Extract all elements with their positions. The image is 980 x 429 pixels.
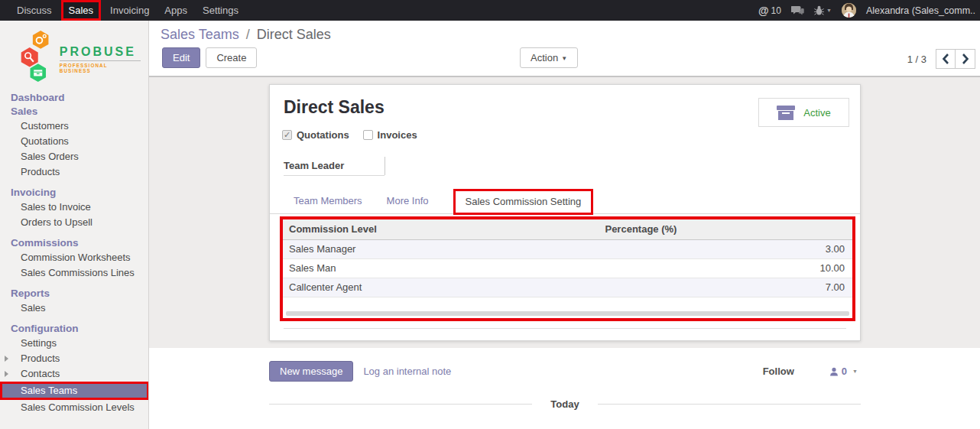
nav-item-invoicing[interactable]: Invoicing (102, 0, 157, 21)
followers-button[interactable]: 0 ▼ (829, 366, 858, 377)
activities-count: 10 (771, 5, 781, 16)
caret-down-icon: ▼ (852, 369, 858, 374)
chatter: New message Log an internal note Follow … (149, 348, 980, 429)
quotations-checkbox[interactable]: ✓ (282, 130, 292, 140)
column-percentage[interactable]: Percentage (%) (599, 219, 852, 239)
archive-icon (777, 106, 795, 120)
breadcrumb-current: Direct Sales (257, 27, 331, 42)
action-dropdown[interactable]: Action▼ (520, 47, 578, 68)
sales-team-form-card: Direct Sales ✓ Quotations Invoices (269, 84, 861, 341)
chevron-left-icon (942, 54, 949, 64)
debug-menu[interactable]: ▼ (814, 5, 832, 16)
activities-counter[interactable]: @ 10 (758, 5, 781, 17)
caret-down-icon: ▼ (561, 55, 567, 62)
pager-next-button[interactable] (956, 49, 975, 69)
commission-table: Commission Level Percentage (%) Sales Ma… (280, 216, 855, 321)
invoices-checkbox[interactable] (363, 130, 373, 140)
expand-caret-icon (5, 356, 8, 362)
avatar[interactable] (842, 3, 856, 18)
sidebar-header-configuration[interactable]: Configuration (0, 322, 148, 336)
sidebar-header-invoicing[interactable]: Invoicing (0, 186, 148, 200)
invoices-label: Invoices (378, 129, 417, 141)
sidebar-item-contacts[interactable]: Contacts (0, 366, 148, 382)
expand-caret-icon (5, 371, 8, 377)
at-icon: @ (758, 5, 769, 17)
follow-button[interactable]: Follow (763, 366, 794, 377)
sidebar-item-products[interactable]: Products (0, 164, 148, 180)
date-divider: Today (269, 398, 861, 410)
sidebar-item-settings[interactable]: Settings (0, 336, 148, 351)
form-sheet-background: Direct Sales ✓ Quotations Invoices (149, 77, 980, 348)
pager-value[interactable]: 1 / 3 (907, 54, 926, 65)
edit-button[interactable]: Edit (162, 47, 200, 68)
commission-level-cell: Sales Manager (283, 239, 599, 258)
probuse-logo: PROBUSE PROFESSIONAL BUSINESS (20, 30, 141, 83)
active-label: Active (803, 107, 830, 119)
sidebar-item-reports-sales[interactable]: Sales (0, 301, 148, 316)
sidebar-menu: Dashboard Sales Customers Quotations Sal… (0, 91, 148, 415)
create-button[interactable]: Create (206, 47, 257, 68)
sidebar-header-commissions[interactable]: Commissions (0, 236, 148, 250)
sidebar-item-sales-teams[interactable]: Sales Teams (0, 382, 149, 400)
field-separator (385, 157, 385, 175)
sidebar-item-quotations[interactable]: Quotations (0, 134, 148, 149)
sidebar-item-commission-worksheets[interactable]: Commission Worksheets (0, 250, 148, 265)
column-commission-level[interactable]: Commission Level (283, 219, 599, 239)
quotations-label: Quotations (297, 129, 349, 141)
table-row[interactable]: Callcenter Agent 7.00 (283, 278, 852, 297)
sidebar-item-sales-commission-levels[interactable]: Sales Commission Levels (0, 400, 148, 415)
invoices-option: Invoices (363, 129, 417, 141)
team-leader-field: Team Leader (284, 158, 385, 176)
table-header-row: Commission Level Percentage (%) (283, 219, 852, 239)
sidebar-item-dashboard[interactable]: Dashboard (0, 91, 148, 105)
sidebar-item-customers[interactable]: Customers (0, 119, 148, 134)
table-row[interactable]: Sales Manager 3.00 (283, 239, 852, 258)
sidebar-header-reports[interactable]: Reports (0, 287, 148, 301)
brand-tagline: PROFESSIONAL BUSINESS (60, 63, 141, 73)
breadcrumb: Sales Teams / Direct Sales (161, 27, 331, 43)
messages-icon[interactable] (791, 5, 804, 16)
followers-count: 0 (842, 366, 847, 377)
breadcrumb-separator: / (243, 27, 253, 42)
card-divider (284, 328, 846, 329)
odoo-sales-team-form-screen: Discuss Sales Invoicing Apps Settings @ … (0, 0, 980, 429)
user-icon (829, 367, 839, 376)
pager-previous-button[interactable] (936, 49, 956, 69)
caret-down-icon: ▼ (826, 8, 832, 13)
sidebar-item-config-products[interactable]: Products (0, 351, 148, 366)
tab-team-members[interactable]: Team Members (294, 195, 362, 206)
nav-item-apps[interactable]: Apps (157, 0, 195, 21)
user-menu[interactable]: Alexandra (Sales_comm.. (866, 5, 975, 16)
nav-item-discuss[interactable]: Discuss (9, 0, 60, 21)
date-divider-label: Today (532, 398, 597, 410)
sidebar-item-sales-orders[interactable]: Sales Orders (0, 149, 148, 164)
sidebar-item-sales-commissions-lines[interactable]: Sales Commissions Lines (0, 265, 148, 281)
main-area: Sales Teams / Direct Sales Edit Create A… (149, 21, 980, 429)
table-row[interactable]: Sales Man 10.00 (283, 258, 852, 278)
pager: 1 / 3 (907, 49, 975, 69)
tab-sales-commission-setting[interactable]: Sales Commission Setting (453, 189, 594, 215)
sidebar-header-sales[interactable]: Sales (0, 105, 148, 119)
control-panel: Sales Teams / Direct Sales Edit Create A… (149, 21, 980, 77)
log-internal-note-link[interactable]: Log an internal note (363, 366, 451, 377)
nav-item-sales[interactable]: Sales (61, 0, 102, 21)
active-stat-button[interactable]: Active (758, 98, 849, 127)
chevron-right-icon (962, 54, 969, 64)
brand-name: PROBUSE (60, 45, 141, 61)
app-menu: Discuss Sales Invoicing Apps Settings (9, 0, 246, 21)
commission-level-cell: Sales Man (283, 258, 599, 278)
notebook-tabs: Team Members More Info Sales Commission … (270, 188, 860, 214)
sidebar-item-sales-to-invoice[interactable]: Sales to Invoice (0, 200, 148, 215)
percentage-cell: 10.00 (599, 258, 852, 278)
new-message-button[interactable]: New message (269, 361, 353, 382)
nav-item-settings[interactable]: Settings (195, 0, 246, 21)
team-leader-label: Team Leader (284, 160, 385, 176)
horizontal-scrollbar[interactable] (286, 311, 849, 316)
sidebar-item-orders-to-upsell[interactable]: Orders to Upsell (0, 215, 148, 230)
sidebar: PROBUSE PROFESSIONAL BUSINESS Dashboard … (0, 21, 149, 429)
tab-more-info[interactable]: More Info (387, 195, 429, 206)
probuse-logo-icon (20, 30, 55, 83)
percentage-cell: 3.00 (599, 239, 852, 258)
breadcrumb-sales-teams[interactable]: Sales Teams (161, 27, 239, 42)
team-leader-value (391, 158, 696, 174)
